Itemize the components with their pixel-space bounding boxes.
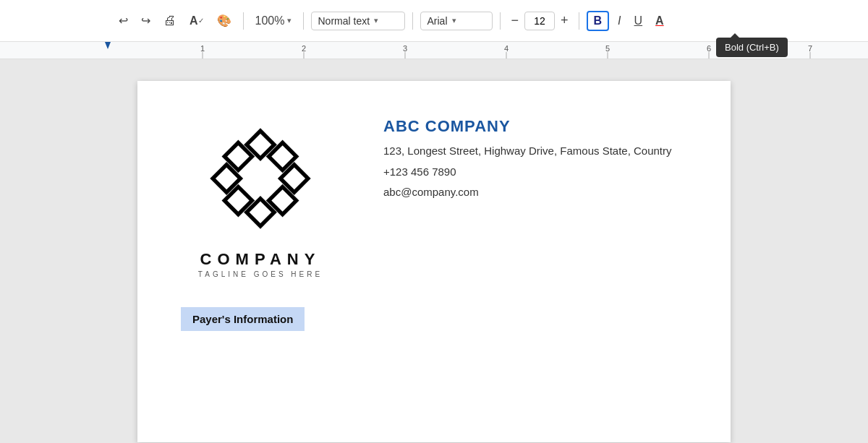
divider-2: [303, 12, 304, 30]
zoom-chevron: ▾: [287, 16, 292, 25]
divider-4: [500, 12, 501, 30]
page-area: COMPANY TAGLINE GOES HERE ABC COMPANY 12…: [0, 59, 868, 443]
bold-button[interactable]: B: [587, 11, 610, 31]
logo-tagline: TAGLINE GOES HERE: [198, 270, 323, 278]
undo-icon: ↩: [119, 14, 128, 27]
font-chevron: ▾: [452, 16, 456, 25]
ruler: 1 2 3 4 5 6 7: [0, 42, 868, 59]
print-button[interactable]: 🖨: [159, 10, 181, 31]
document-page: COMPANY TAGLINE GOES HERE ABC COMPANY 12…: [137, 81, 731, 442]
style-chevron: ▾: [374, 16, 378, 25]
company-phone: +123 456 7890: [383, 164, 672, 181]
svg-text:4: 4: [504, 44, 509, 53]
spell-check-icon: A: [190, 14, 198, 27]
italic-icon: I: [618, 14, 621, 27]
toolbar: ↩ ↪ 🖨 A✓ 🎨 100% ▾ Normal text ▾ Arial ▾ …: [0, 0, 868, 42]
zoom-select[interactable]: 100% ▾: [251, 12, 297, 30]
underline-icon: U: [634, 14, 643, 27]
zoom-value: 100%: [255, 14, 285, 27]
text-color-icon: A: [655, 14, 664, 27]
company-title: ABC COMPANY: [383, 117, 672, 136]
zoom-group: 100% ▾: [251, 12, 297, 30]
print-icon: 🖨: [163, 13, 176, 28]
paint-format-button[interactable]: 🎨: [213, 11, 236, 30]
spell-check-button[interactable]: A✓: [185, 12, 208, 30]
svg-text:7: 7: [808, 44, 812, 53]
bold-icon: B: [594, 14, 603, 27]
redo-button[interactable]: ↪: [137, 11, 155, 30]
style-select[interactable]: Normal text ▾: [311, 12, 405, 30]
header-section: COMPANY TAGLINE GOES HERE ABC COMPANY 12…: [181, 110, 687, 278]
font-size-group: − +: [508, 12, 571, 30]
divider-1: [243, 12, 244, 30]
svg-text:5: 5: [605, 44, 610, 53]
font-size-input[interactable]: [524, 12, 555, 30]
ruler-svg: 1 2 3 4 5 6 7: [0, 42, 868, 59]
italic-button[interactable]: I: [613, 12, 625, 30]
payer-section: Payer's Information: [181, 307, 687, 331]
company-address: 123, Longest Street, Highway Drive, Famo…: [383, 143, 672, 160]
paint-format-icon: 🎨: [217, 14, 231, 27]
company-email: abc@company.com: [383, 184, 672, 201]
payer-label: Payer's Information: [181, 307, 305, 331]
font-select[interactable]: Arial ▾: [420, 12, 493, 30]
style-label: Normal text: [318, 15, 370, 27]
logo-area: COMPANY TAGLINE GOES HERE: [181, 110, 340, 278]
svg-rect-0: [0, 42, 868, 59]
text-color-button[interactable]: A: [651, 12, 668, 30]
undo-button[interactable]: ↩: [114, 11, 132, 30]
company-logo: [195, 110, 326, 247]
logo-company-name: COMPANY: [200, 250, 321, 269]
svg-text:1: 1: [200, 44, 205, 53]
font-size-increase-button[interactable]: +: [558, 12, 571, 30]
svg-text:2: 2: [302, 44, 306, 53]
svg-text:6: 6: [707, 44, 711, 53]
divider-3: [412, 12, 413, 30]
font-size-decrease-button[interactable]: −: [508, 12, 522, 30]
font-label: Arial: [427, 15, 447, 27]
divider-5: [579, 12, 579, 30]
redo-icon: ↪: [141, 14, 150, 27]
company-info: ABC COMPANY 123, Longest Street, Highway…: [383, 110, 672, 205]
underline-button[interactable]: U: [630, 12, 647, 30]
svg-text:3: 3: [403, 44, 407, 53]
